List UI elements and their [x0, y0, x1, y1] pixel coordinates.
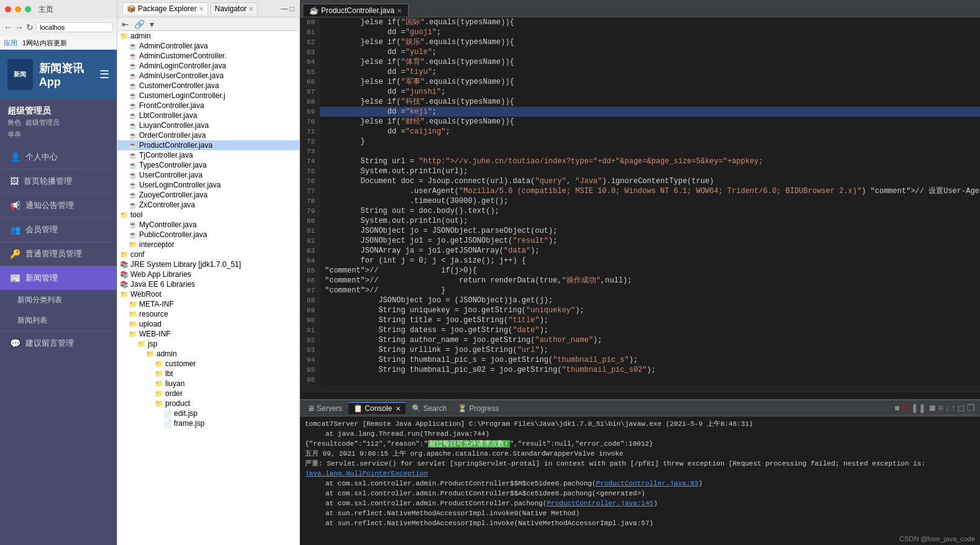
tree-item[interactable]: ☕AdminController.java [117, 41, 299, 51]
tree-item[interactable]: 📁upload [117, 319, 299, 329]
stack-link[interactable]: ProductController.java:145 [547, 500, 653, 507]
close-console-button[interactable]: ✕ [396, 405, 401, 412]
close-dot[interactable] [5, 6, 11, 12]
code-editor[interactable]: 60 }else if("国际".equals(typesName)){61 d… [300, 17, 980, 399]
back-button[interactable]: ← [4, 22, 12, 32]
scroll-up-button[interactable]: ↑ [951, 403, 956, 413]
tree-item[interactable]: ☕AdminLoginController.java [117, 61, 299, 71]
tree-item[interactable]: ☕TypesController.java [117, 160, 299, 170]
tree-item[interactable]: 📄edit.jsp [117, 408, 299, 418]
tree-item[interactable]: 📁conf [117, 250, 299, 259]
tab-package-explorer[interactable]: 📦 Package Explorer ✕ [122, 2, 208, 14]
step-button[interactable]: ⏹ [928, 403, 937, 413]
tree-item[interactable]: ☕FrontController.java [117, 101, 299, 110]
tree-item-label: AdminUserController.java [139, 71, 224, 80]
tree-item[interactable]: 📁tool [117, 210, 299, 220]
tree-item[interactable]: ☕LiuyanController.java [117, 120, 299, 130]
tree-item[interactable]: ☕PublicController.java [117, 230, 299, 240]
nav-item-notice[interactable]: 📢 通知公告管理 [0, 194, 117, 217]
tree-item[interactable]: ☕ZxController.java [117, 200, 299, 210]
menu-button[interactable]: ▾ [148, 19, 156, 30]
tree-item[interactable]: 📚Java EE 6 Libraries [117, 279, 299, 289]
tree-item[interactable]: ☕UserLoginController.java [117, 180, 299, 190]
reload-button[interactable]: ↻ [26, 22, 34, 32]
browser-tab-label: 主页 [39, 4, 53, 15]
tree-item[interactable]: 📁resource [117, 309, 299, 319]
code-line: 84 for (int j = 0; j < ja.size(); j++) { [300, 256, 980, 266]
nav-item-personal[interactable]: 👤 个人中心 [0, 145, 117, 169]
tree-item[interactable]: ☕LbtController.java [117, 110, 299, 120]
link-editor-button[interactable]: 🔗 [132, 19, 147, 30]
pause-button[interactable]: ❚❚ [911, 403, 926, 413]
url-bar[interactable]: localhos [36, 22, 113, 32]
tree-item[interactable]: 📁jsp [117, 339, 299, 349]
minimize-panel-button[interactable]: — [281, 4, 288, 13]
terminate-button[interactable]: ✕ [902, 403, 909, 413]
tree-item[interactable]: ☕AdminCustomerController. [117, 51, 299, 61]
tree-item[interactable]: 📁liuyan [117, 379, 299, 389]
pin-button[interactable]: ❐ [967, 403, 975, 413]
file-icon: ☕ [129, 151, 137, 160]
tree-item[interactable]: 📁lbt [117, 369, 299, 379]
maximize-dot[interactable] [25, 6, 31, 12]
nav-item-admin[interactable]: 🔑 普通管理员管理 [0, 242, 117, 266]
tree-item[interactable]: 📁order [117, 389, 299, 399]
nav-subitem-news-category[interactable]: 新闻分类列表 [0, 290, 117, 310]
line-content: String title = joo.getString("title"); [320, 315, 548, 325]
tree-item[interactable]: 📁product [117, 399, 299, 408]
close-icon[interactable]: ✕ [199, 6, 204, 12]
stop-button[interactable]: ■ [894, 403, 899, 413]
tree-item[interactable]: ☕AdminUserController.java [117, 71, 299, 81]
tree-item[interactable]: 📁WebRoot [117, 289, 299, 299]
tab-search[interactable]: 🔍 Search [407, 403, 451, 414]
tab-servers[interactable]: 🖥 Servers [302, 403, 347, 414]
tree-item[interactable]: ☕ZuoyeController.java [117, 190, 299, 200]
nav-item-news[interactable]: 📰 新闻管理 [0, 266, 117, 290]
code-line: 68 }else if("科技".equals(typesName)){ [300, 97, 980, 107]
console-content[interactable]: tomcat7Server [Remote Java Application] … [300, 417, 980, 545]
code-line: 92 String author_name = joo.getString("a… [300, 335, 980, 345]
tree-item[interactable]: ☕OrderController.java [117, 130, 299, 140]
tree-item[interactable]: 📁admin [117, 31, 299, 41]
error-link[interactable]: java.lang.NullPointerException [305, 470, 428, 477]
tree-item[interactable]: 📁WEB-INF [117, 329, 299, 339]
tree-item[interactable]: 📁interceptor [117, 240, 299, 250]
stack-link[interactable]: ProductController.java:83 [596, 480, 699, 487]
tree-item[interactable]: 📚JRE System Library [jdk1.7.0_51] [117, 259, 299, 269]
scroll-down-button[interactable]: ↓ [945, 403, 950, 413]
console-line: at sun.reflect.NativeMethodAccessorImpl.… [305, 518, 975, 528]
collapse-all-button[interactable]: ⇤ [120, 19, 131, 30]
tree-item[interactable]: ☕CustomerLoginController.j [117, 91, 299, 101]
nav-item-carousel[interactable]: 🖼 首页轮播管理 [0, 169, 117, 193]
tree-item[interactable]: ☕MyController.java [117, 220, 299, 230]
maximize-panel-button[interactable]: □ [290, 4, 294, 13]
tree-item[interactable]: 📚Web App Libraries [117, 269, 299, 279]
line-number: 71 [300, 127, 320, 137]
tree-item[interactable]: 📁customer [117, 359, 299, 369]
new-window-button[interactable]: ◻ [958, 403, 965, 413]
tree-item[interactable]: 📄frame.jsp [117, 418, 299, 428]
tree-item[interactable]: ☕CustomerController.java [117, 81, 299, 91]
close-icon[interactable]: ✕ [248, 6, 253, 12]
nav-subitem-news-list[interactable]: 新闻列表 [0, 310, 117, 331]
tab-progress[interactable]: ⏳ Progress [453, 403, 504, 414]
close-tab-button[interactable]: ✕ [397, 7, 402, 14]
nav-item-member[interactable]: 👥 会员管理 [0, 218, 117, 241]
tree-item[interactable]: 📁META-INF [117, 299, 299, 309]
tab-product-controller[interactable]: ☕ ProductController.java ✕ [302, 4, 409, 17]
file-icon: ☕ [129, 161, 137, 169]
horizontal-scrollbar[interactable] [300, 385, 980, 392]
tree-item[interactable]: 📁admin [117, 349, 299, 359]
tab-console[interactable]: 📋 Console ✕ [348, 402, 406, 414]
tree-item[interactable]: ☕TjController.java [117, 150, 299, 160]
code-line: 94 String thumbnail_pic_s = joo.getStrin… [300, 355, 980, 365]
clear-button[interactable]: ≡ [938, 403, 943, 413]
tree-item[interactable]: ☕UserController.java [117, 170, 299, 180]
nav-item-feedback[interactable]: 💬 建议留言管理 [0, 331, 117, 355]
forward-button[interactable]: → [15, 22, 24, 32]
tree-item[interactable]: ☕ProductController.java [117, 140, 299, 150]
tab-navigator[interactable]: Navigator ✕ [211, 2, 258, 14]
line-content: }else if("娱乐".equals(typesName)){ [320, 37, 514, 47]
minimize-dot[interactable] [15, 6, 21, 12]
hamburger-menu[interactable]: ☰ [99, 68, 109, 81]
